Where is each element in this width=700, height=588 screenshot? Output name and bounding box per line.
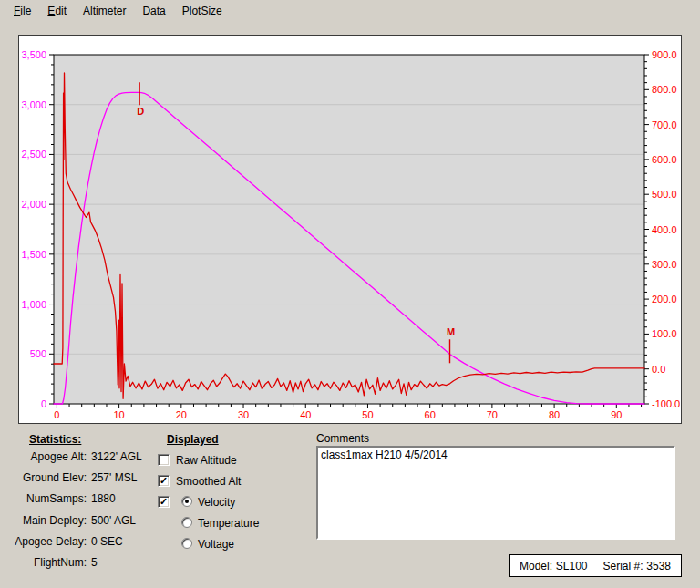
stat-value: 257' MSL: [91, 471, 137, 484]
y-right-tick-label: 800.0: [652, 84, 677, 95]
velocity-checkbox[interactable]: ✓: [158, 496, 170, 508]
y-left-tick-label: 1,500: [21, 249, 46, 260]
x-tick-label: 0: [54, 409, 59, 420]
stat-label: Apogee Delay:: [13, 535, 87, 548]
stat-label: Ground Elev:: [13, 471, 87, 484]
raw-altitude-label: Raw Altitude: [176, 454, 237, 467]
velocity-radio[interactable]: [181, 496, 192, 507]
y-right-tick-label: 0.0: [652, 364, 665, 375]
y-right-tick-label: 600.0: [652, 154, 677, 165]
comments-input[interactable]: class1max H210 4/5/2014: [316, 446, 675, 540]
x-tick-label: 80: [549, 409, 560, 420]
stat-label: Apogee Alt:: [13, 450, 87, 463]
stat-value: 500' AGL: [91, 514, 136, 527]
radio-dot: [185, 500, 189, 503]
displayed-header: Displayed: [167, 433, 219, 446]
voltage-label: Voltage: [198, 538, 234, 551]
temperature-radio[interactable]: [181, 517, 192, 528]
menu-item-data[interactable]: Data: [134, 2, 173, 20]
stat-value: 0 SEC: [91, 535, 123, 548]
y-right-tick-label: 500.0: [652, 189, 677, 200]
y-right-tick-label: 900.0: [652, 49, 677, 60]
y-left-tick-label: 2,000: [21, 199, 46, 210]
model-value: SL100: [556, 560, 588, 573]
y-right-tick-label: 400.0: [652, 224, 677, 235]
y-left-tick-label: 3,000: [21, 99, 46, 110]
y-left-tick-label: 500: [30, 348, 46, 359]
y-right-tick-label: -100.0: [652, 398, 680, 409]
statistics-header: Statistics:: [29, 433, 81, 446]
y-left-tick-label: 1,000: [21, 299, 46, 310]
app-window: { "window": { "bg": "#d4d0c8" }, "menu":…: [0, 0, 700, 588]
serial-label: Serial #:: [603, 560, 643, 573]
flight-plot-panel: 05001,0001,5002,0002,5003,0003,500-100.0…: [18, 35, 682, 424]
y-right-tick-label: 700.0: [652, 119, 677, 130]
velocity-label: Velocity: [198, 496, 235, 509]
stat-value: 3122' AGL: [91, 450, 142, 463]
temperature-label: Temperature: [198, 517, 259, 530]
voltage-radio[interactable]: [181, 538, 192, 549]
y-left-tick-label: 2,500: [21, 149, 46, 160]
y-left-tick-label: 3,500: [21, 49, 46, 60]
raw-altitude-checkbox[interactable]: [158, 454, 170, 466]
stat-label: Main Deploy:: [13, 514, 87, 527]
y-right-tick-label: 300.0: [652, 259, 677, 270]
menu-bar: FileEditAltimeterDataPlotSize: [0, 0, 700, 22]
smoothed-alt-label: Smoothed Alt: [176, 475, 241, 488]
x-tick-label: 60: [425, 409, 436, 420]
marker-d-label: D: [137, 106, 144, 117]
y-left-tick-label: 0: [41, 398, 46, 409]
y-right-tick-label: 100.0: [652, 328, 677, 339]
stat-row: FlightNum:5: [13, 556, 222, 569]
smoothed-alt-checkbox[interactable]: ✓: [158, 475, 170, 487]
stat-value: 1880: [91, 492, 116, 505]
comments-label: Comments: [316, 432, 369, 445]
x-tick-label: 10: [113, 409, 124, 420]
x-tick-label: 30: [238, 409, 249, 420]
marker-m-label: M: [447, 326, 455, 337]
model-label: Model:: [520, 560, 552, 573]
x-tick-label: 50: [362, 409, 373, 420]
menu-item-file[interactable]: File: [5, 2, 39, 20]
stat-value: 5: [91, 556, 98, 569]
x-tick-label: 20: [176, 409, 187, 420]
flight-plot: 05001,0001,5002,0002,5003,0003,500-100.0…: [19, 36, 681, 423]
status-model-box: Model: SL100 Serial #: 3538: [509, 554, 682, 577]
x-tick-label: 70: [487, 409, 498, 420]
menu-item-plotsize[interactable]: PlotSize: [174, 2, 231, 20]
serial-value: 3538: [646, 560, 671, 573]
y-right-tick-label: 200.0: [652, 294, 677, 304]
x-tick-label: 90: [611, 409, 622, 420]
stat-label: NumSamps:: [13, 492, 87, 505]
menu-item-altimeter[interactable]: Altimeter: [75, 2, 134, 20]
menu-item-edit[interactable]: Edit: [39, 2, 75, 20]
x-tick-label: 40: [300, 409, 311, 420]
stat-label: FlightNum:: [13, 556, 87, 569]
